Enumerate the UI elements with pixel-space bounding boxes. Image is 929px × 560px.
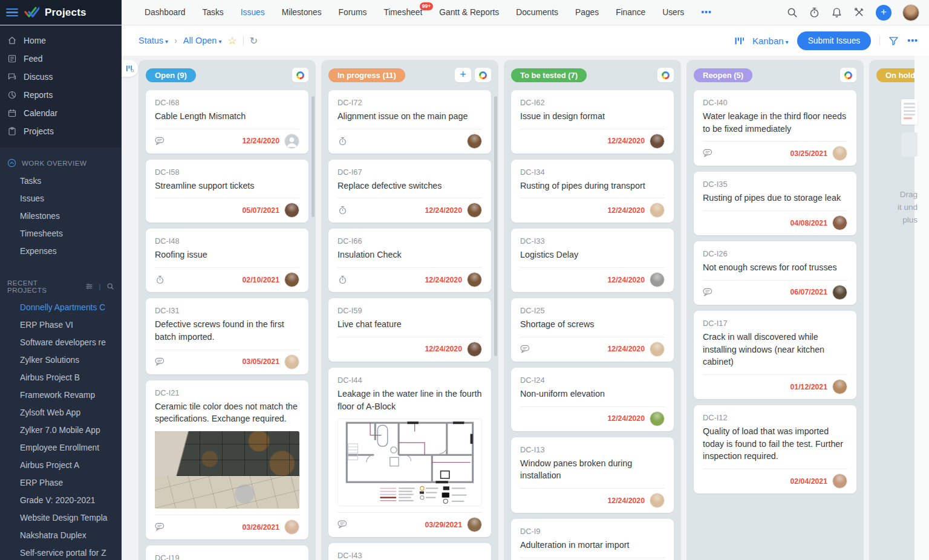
issue-card[interactable]: DC-I33Logistics Delay12/24/2020 (511, 229, 674, 292)
recent-project-framework-revamp[interactable]: Framework Revamp (0, 386, 122, 404)
nav-item-users[interactable]: Users (655, 4, 691, 21)
add-issue-button[interactable]: + (455, 68, 471, 82)
nav-item-tasks[interactable]: Tasks (195, 4, 231, 21)
issue-card[interactable]: DC-I19Brick curing process delayed and e… (146, 545, 308, 560)
refresh-icon[interactable]: ↻ (250, 35, 258, 47)
issue-card[interactable]: DC-I66Insulation Check12/24/2020 (328, 229, 491, 292)
nav-item-forums[interactable]: Forums (331, 4, 374, 21)
column-status-pill[interactable]: To be tested (7) (511, 68, 587, 82)
assignee-avatar[interactable] (284, 134, 299, 149)
timer-icon[interactable] (337, 206, 348, 215)
nav-item-dashboard[interactable]: Dashboard (137, 4, 193, 21)
assignee-avatar[interactable] (650, 342, 665, 357)
user-avatar[interactable] (902, 4, 919, 21)
recent-project-erp-phase[interactable]: ERP Phase (0, 474, 122, 492)
recent-project-airbus-project-a[interactable]: Airbus Project A (0, 457, 122, 474)
sidebar-item-reports[interactable]: Reports (0, 86, 122, 104)
recent-project-self-service-portal-for-z[interactable]: Self-service portal for Z (0, 544, 122, 560)
issue-card[interactable]: DC-I24Non-uniform elevation12/24/2020 (511, 368, 674, 431)
recent-project-zylsoft-web-app[interactable]: Zylsoft Web App (0, 404, 122, 422)
star-icon[interactable]: ☆ (227, 34, 236, 47)
column-status-pill[interactable]: Open (9) (146, 68, 196, 82)
recent-project-erp-phase-vi[interactable]: ERP Phase VI (0, 316, 122, 334)
issue-card[interactable]: DC-I25Shortage of screws12/24/2020 (511, 298, 674, 362)
timer-icon[interactable] (809, 7, 820, 18)
issue-card[interactable]: DC-I13Window panes broken during install… (511, 437, 674, 513)
recent-project-donnelly-apartments-c[interactable]: Donnelly Apartments C (0, 299, 122, 316)
view-filter-dropdown[interactable]: All Open▾ (183, 36, 222, 45)
issue-card[interactable]: DC-I34Rusting of pipes during transport1… (511, 160, 674, 223)
assignee-avatar[interactable] (832, 474, 847, 489)
search-icon[interactable] (786, 7, 798, 18)
column-scrollbar[interactable] (494, 96, 497, 356)
hamburger-menu-icon[interactable] (6, 8, 18, 17)
issue-card[interactable]: DC-I40Water leakage in the third floor n… (694, 90, 856, 166)
recent-project-grade-v-2020-2021[interactable]: Grade V: 2020-2021 (0, 492, 122, 509)
recent-project-website-design-templa[interactable]: Website Design Templa (0, 509, 122, 527)
assignee-avatar[interactable] (467, 342, 482, 357)
status-dropdown[interactable]: Status▾ (139, 36, 168, 45)
recent-project-employee-enrollment[interactable]: Employee Enrollment (0, 439, 122, 457)
issue-card[interactable]: DC-I17Crack in wall discovered while ins… (694, 311, 856, 399)
assignee-avatar[interactable] (284, 272, 299, 287)
sync-icon[interactable] (292, 68, 308, 82)
recent-project-software-developers-re[interactable]: Software developers re (0, 334, 122, 351)
nav-item-gantt-reports[interactable]: Gantt & Reports (432, 4, 506, 21)
recent-project-nakshatra-duplex[interactable]: Nakshatra Duplex (0, 527, 122, 544)
board-panel-toggle[interactable] (122, 60, 138, 77)
issue-card[interactable]: DC-I44Leakage in the water line in the f… (328, 368, 491, 537)
sidebar-item-feed[interactable]: Feed (0, 50, 122, 68)
issue-card[interactable]: DC-I68Cable Length Mismatch12/24/2020 (146, 90, 308, 154)
work-overview-header[interactable]: WORK OVERVIEW (0, 154, 122, 172)
issue-card[interactable]: DC-I43Replace primer12/24/2020 (328, 543, 491, 560)
issue-card[interactable]: DC-I59Live chat feature12/24/2020 (328, 298, 491, 362)
nav-item-pages[interactable]: Pages (568, 4, 606, 21)
comment-icon[interactable] (703, 288, 713, 297)
comment-icon[interactable] (703, 149, 713, 158)
issue-card[interactable]: DC-I62Issue in design format12/24/2020 (511, 90, 674, 154)
assignee-avatar[interactable] (650, 203, 665, 218)
nav-item-documents[interactable]: Documents (509, 4, 566, 21)
column-status-pill[interactable]: Reopen (5) (694, 68, 752, 82)
sync-icon[interactable] (657, 68, 674, 82)
comment-icon[interactable] (337, 520, 348, 529)
assignee-avatar[interactable] (650, 493, 665, 508)
add-button[interactable]: + (876, 5, 892, 21)
nav-item-timesheet[interactable]: Timesheet99+ (376, 4, 429, 21)
recent-project-zylker-7-0-mobile-app[interactable]: Zylker 7.0 Mobile App (0, 422, 122, 439)
work-overview-item-expenses[interactable]: Expenses (0, 243, 122, 260)
comment-icon[interactable] (155, 523, 165, 532)
issue-card[interactable]: DC-I58Streamline support tickets05/07/20… (146, 160, 308, 223)
issue-card[interactable]: DC-I21Ceramic tile color does not match … (146, 380, 308, 539)
assignee-avatar[interactable] (832, 285, 847, 300)
filter-icon[interactable] (888, 36, 899, 46)
floor-plan-image[interactable] (337, 418, 482, 506)
sync-icon[interactable] (840, 68, 856, 82)
recent-project-zylker-solutions[interactable]: Zylker Solutions (0, 351, 122, 369)
nav-item-finance[interactable]: Finance (608, 4, 653, 21)
sidebar-item-home[interactable]: Home (0, 31, 122, 50)
assignee-avatar[interactable] (284, 203, 299, 218)
timer-icon[interactable] (155, 275, 165, 284)
assignee-avatar[interactable] (284, 519, 299, 535)
issue-card[interactable]: DC-I26Not enough screws for roof trusses… (694, 241, 856, 305)
work-overview-item-milestones[interactable]: Milestones (0, 207, 122, 225)
issue-card[interactable]: DC-I67Replace defective switches12/24/20… (328, 160, 491, 223)
project-filter-icon[interactable] (85, 282, 93, 291)
assignee-avatar[interactable] (650, 411, 665, 426)
project-search-icon[interactable] (106, 282, 114, 291)
work-overview-item-tasks[interactable]: Tasks (0, 172, 122, 190)
sidebar-item-calendar[interactable]: Calendar (0, 104, 122, 122)
ceramic-tile-photo[interactable] (155, 431, 299, 509)
column-scrollbar[interactable] (311, 96, 315, 217)
comment-icon[interactable] (520, 345, 530, 354)
assignee-avatar[interactable] (467, 134, 482, 149)
issue-card[interactable]: DC-I35Rusting of pipes due to storage le… (694, 172, 856, 235)
assignee-avatar[interactable] (832, 215, 847, 230)
issue-card[interactable]: DC-I31Defective screws found in the firs… (146, 298, 308, 374)
issue-card[interactable]: DC-I12Quality of load that was imported … (694, 405, 856, 493)
assignee-avatar[interactable] (650, 272, 665, 287)
work-overview-item-issues[interactable]: Issues (0, 190, 122, 207)
assignee-avatar[interactable] (832, 379, 847, 394)
assignee-avatar[interactable] (467, 272, 482, 287)
